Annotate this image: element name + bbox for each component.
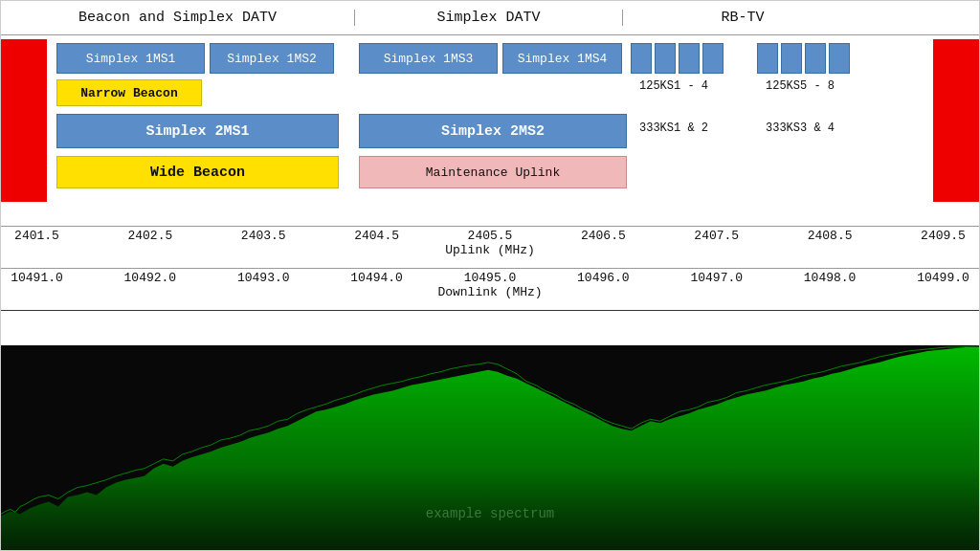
uplink-freq-6: 2407.5: [690, 229, 743, 243]
uplink-title: Uplink (MHz): [445, 243, 535, 257]
uplink-freq-5: 2406.5: [577, 229, 630, 243]
rbtv-125-58-label: 125KS5 - 8: [747, 79, 853, 93]
rbtv-125-14-label: 125KS1 - 4: [621, 79, 726, 93]
spectrum-label: example spectrum: [426, 506, 554, 521]
uplink-freq-4: 2405.5: [464, 229, 517, 243]
simplex-2ms1-block: Simplex 2MS1: [56, 114, 339, 148]
uplink-freq-3: 2404.5: [350, 229, 403, 243]
spectrum-area: example spectrum: [1, 345, 979, 550]
rbtv-333-12-label: 333KS1 & 2: [621, 121, 726, 135]
simplex-1ms4-block: Simplex 1MS4: [502, 43, 622, 74]
downlink-freq-2: 10493.0: [237, 271, 290, 285]
section-headers: Beacon and Simplex DATV Simplex DATV RB-…: [1, 1, 979, 35]
uplink-freqs: 2401.5 2402.5 2403.5 2404.5 2405.5 2406.…: [1, 229, 979, 243]
downlink-freq-5: 10496.0: [577, 271, 630, 285]
downlink-freq-4: 10495.0: [464, 271, 517, 285]
rbtv-small-8: [829, 43, 850, 74]
simplex-1ms3-block: Simplex 1MS3: [359, 43, 498, 74]
simplex-1ms1-block: Simplex 1MS1: [56, 43, 205, 74]
rbtv-333-34-label: 333KS3 & 4: [747, 121, 853, 135]
rbtv-small-1: [631, 43, 652, 74]
rbtv-small-7: [805, 43, 826, 74]
app: Beacon and Simplex DATV Simplex DATV RB-…: [0, 0, 980, 551]
rbtv-small-5: [757, 43, 778, 74]
downlink-row: 10491.0 10492.0 10493.0 10494.0 10495.0 …: [1, 269, 979, 311]
downlink-freqs: 10491.0 10492.0 10493.0 10494.0 10495.0 …: [1, 271, 979, 285]
uplink-row: 2401.5 2402.5 2403.5 2404.5 2405.5 2406.…: [1, 227, 979, 269]
section-header-right: RB-TV: [623, 10, 862, 26]
wide-beacon-block: Wide Beacon: [56, 156, 339, 188]
channel-area: Simplex 1MS1 Simplex 1MS2 Simplex 1MS3 S…: [1, 35, 979, 227]
downlink-title: Downlink (MHz): [437, 285, 542, 299]
uplink-freq-2: 2403.5: [237, 229, 290, 243]
uplink-freq-0: 2401.5: [11, 229, 63, 243]
section-header-mid: Simplex DATV: [355, 10, 623, 26]
downlink-freq-3: 10494.0: [350, 271, 403, 285]
uplink-freq-1: 2402.5: [123, 229, 176, 243]
uplink-freq-7: 2408.5: [804, 229, 857, 243]
uplink-freq-8: 2409.5: [917, 229, 969, 243]
simplex-2ms2-block: Simplex 2MS2: [359, 114, 627, 148]
downlink-freq-8: 10499.0: [917, 271, 969, 285]
downlink-freq-0: 10491.0: [11, 271, 63, 285]
narrow-beacon-block: Narrow Beacon: [56, 79, 202, 106]
downlink-freq-1: 10492.0: [123, 271, 176, 285]
downlink-freq-7: 10498.0: [804, 271, 857, 285]
red-block-left: [1, 39, 47, 202]
red-block-right: [933, 39, 979, 202]
rbtv-small-6: [781, 43, 802, 74]
diagram: Beacon and Simplex DATV Simplex DATV RB-…: [1, 1, 979, 345]
downlink-freq-6: 10497.0: [690, 271, 743, 285]
maintenance-uplink-block: Maintenance Uplink: [359, 156, 627, 188]
simplex-1ms2-block: Simplex 1MS2: [210, 43, 334, 74]
rbtv-small-4: [702, 43, 724, 74]
section-header-left: Beacon and Simplex DATV: [1, 10, 355, 26]
rbtv-small-3: [679, 43, 700, 74]
rbtv-small-2: [655, 43, 676, 74]
